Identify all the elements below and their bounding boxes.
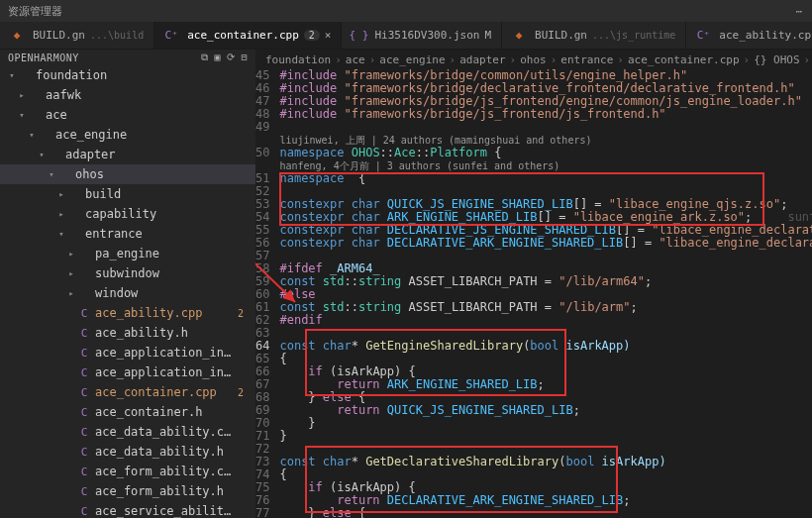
code-line: namespace {	[279, 172, 812, 185]
tab-ace_container-cpp[interactable]: C⁺ace_container.cpp2×	[154, 22, 342, 49]
tree-item-ace_ability-cpp[interactable]: Cace_ability.cpp2	[0, 303, 255, 323]
refresh-icon[interactable]: ⟳	[227, 52, 236, 63]
line-gutter: 4546474849505152535455565758596061626364…	[255, 69, 279, 518]
tree-item-foundation[interactable]: ▾foundation	[0, 65, 255, 85]
chevron-right-icon: ›	[335, 53, 342, 66]
twisty-icon[interactable]: ▾	[16, 110, 28, 120]
tab-label: BUILD.gn	[33, 29, 85, 42]
code-area[interactable]: 4546474849505152535455565758596061626364…	[255, 69, 812, 518]
tree-item-ace[interactable]: ▾ace	[0, 105, 255, 125]
code-lines[interactable]: #include "frameworks/bridge/common/utils…	[279, 69, 812, 518]
breadcrumb-segment[interactable]: ohos	[520, 53, 547, 66]
tree-item-ace_form_ability-h[interactable]: Cace_form_ability.h	[0, 481, 255, 501]
twisty-icon[interactable]: ▸	[55, 209, 67, 219]
tree-item-ace_container-cpp[interactable]: Cace_container.cpp2	[0, 382, 255, 402]
twisty-icon[interactable]: ▸	[55, 189, 67, 199]
tree-item-ohos[interactable]: ▾ohos	[0, 164, 255, 184]
tree-item-ace_ability-h[interactable]: Cace_ability.h	[0, 323, 255, 343]
tab-ace_ability-cpp[interactable]: C⁺ace_ability.cpp2	[686, 22, 812, 49]
chevron-right-icon: ›	[450, 53, 457, 66]
code-line: #endif	[279, 314, 812, 327]
tree-item-ace_service_ability-cpp[interactable]: Cace_service_ability.cpp	[0, 501, 255, 518]
tree-item-ace_form_ability-cpp[interactable]: Cace_form_ability.cpp	[0, 462, 255, 481]
tab-BUILD-gn[interactable]: ◆BUILD.gn...\js_runtime	[502, 22, 686, 49]
sidebar: OPENHARMONY ⧉ ▣ ⟳ ⊟ ▾foundation▸aafwk▾ac…	[0, 50, 255, 518]
tree-label: ace_ability.cpp	[95, 306, 234, 320]
tree-label: adapter	[65, 148, 234, 161]
breadcrumb-segment[interactable]: {} OHOS	[754, 53, 799, 66]
cpp-icon: C	[77, 386, 91, 399]
tree-label: ace_application_info.cpp	[95, 346, 234, 360]
tree-label: ace	[46, 108, 234, 122]
twisty-icon[interactable]: ▸	[65, 268, 77, 278]
tree-item-pa_engine[interactable]: ▸pa_engine	[0, 244, 255, 263]
twisty-icon[interactable]: ▾	[46, 169, 57, 179]
tab-label: ace_container.cpp	[187, 29, 299, 42]
hdr-icon: C	[77, 406, 91, 419]
breadcrumb-segment[interactable]: ace_container.cpp	[628, 53, 740, 66]
tree-item-ace_application_info-cpp[interactable]: Cace_application_info.cpp	[0, 343, 255, 363]
sidebar-header: OPENHARMONY ⧉ ▣ ⟳ ⊟	[0, 50, 255, 65]
cpp-icon: C⁺	[164, 29, 178, 42]
twisty-icon[interactable]: ▸	[16, 90, 28, 100]
new-file-icon[interactable]: ⧉	[201, 52, 209, 63]
titlebar-menu-icon[interactable]: ⋯	[795, 5, 804, 18]
tree-label: ace_data_ability.h	[95, 445, 234, 459]
breadcrumb-segment[interactable]: ace	[346, 53, 365, 66]
breadcrumb[interactable]: foundation›ace›ace_engine›adapter›ohos›e…	[255, 50, 812, 69]
file-tree[interactable]: ▾foundation▸aafwk▾ace▾ace_engine▾adapter…	[0, 65, 255, 518]
tree-item-subwindow[interactable]: ▸subwindow	[0, 263, 255, 283]
new-folder-icon[interactable]: ▣	[214, 52, 221, 63]
tree-label: subwindow	[95, 266, 234, 280]
tree-label: pa_engine	[95, 247, 234, 260]
twisty-icon[interactable]: ▾	[36, 150, 48, 159]
tree-item-aafwk[interactable]: ▸aafwk	[0, 85, 255, 105]
tree-item-ace_application_info-h[interactable]: Cace_application_info.h	[0, 363, 255, 382]
breadcrumb-segment[interactable]: ace_engine	[379, 53, 445, 66]
twisty-icon[interactable]: ▾	[26, 130, 38, 140]
code-line: }	[279, 430, 812, 443]
tree-item-capability[interactable]: ▸capability	[0, 204, 255, 224]
cpp-icon: C⁺	[696, 29, 710, 42]
tree-label: ohos	[75, 167, 234, 181]
cpp-icon: C	[77, 505, 91, 518]
cpp-icon: C	[77, 426, 91, 439]
cpp-icon: C	[77, 347, 91, 360]
tree-label: ace_engine	[55, 128, 234, 142]
hdr-icon: C	[77, 485, 91, 498]
tab-Hi3516DV300-json[interactable]: { }Hi3516DV300.jsonM	[342, 22, 502, 49]
code-line: const std::string ASSET_LIBARCH_PATH = "…	[279, 275, 812, 288]
tree-item-ace_engine[interactable]: ▾ace_engine	[0, 125, 255, 145]
tree-label: entrance	[85, 227, 234, 241]
breadcrumb-segment[interactable]: entrance	[560, 53, 613, 66]
chevron-right-icon: ›	[744, 53, 751, 66]
close-icon[interactable]: ×	[325, 29, 332, 42]
code-line: }	[279, 417, 812, 430]
main: OPENHARMONY ⧉ ▣ ⟳ ⊟ ▾foundation▸aafwk▾ac…	[0, 50, 812, 518]
tab-BUILD-gn[interactable]: ◆BUILD.gn...\build	[0, 22, 154, 49]
breadcrumb-segment[interactable]: foundation	[265, 53, 331, 66]
tree-item-adapter[interactable]: ▾adapter	[0, 145, 255, 164]
titlebar-title: 资源管理器	[8, 4, 62, 19]
gn-icon: ◆	[10, 29, 24, 42]
tree-item-ace_data_ability-cpp[interactable]: Cace_data_ability.cpp	[0, 422, 255, 442]
twisty-icon[interactable]: ▾	[6, 70, 18, 80]
tree-item-window[interactable]: ▸window	[0, 283, 255, 303]
tree-item-ace_container-h[interactable]: Cace_container.h	[0, 402, 255, 422]
editor-tabs: ◆BUILD.gn...\buildC⁺ace_container.cpp2×{…	[0, 22, 812, 50]
tree-item-ace_data_ability-h[interactable]: Cace_data_ability.h	[0, 442, 255, 462]
tree-item-build[interactable]: ▸build	[0, 184, 255, 204]
hdr-icon: C	[77, 327, 91, 340]
twisty-icon[interactable]: ▸	[65, 288, 77, 298]
tree-label: aafwk	[46, 88, 234, 102]
twisty-icon[interactable]: ▸	[65, 249, 77, 259]
tree-label: build	[85, 187, 234, 201]
hdr-icon: C	[77, 366, 91, 379]
tree-label: ace_container.cpp	[95, 385, 234, 399]
breadcrumb-segment[interactable]: adapter	[459, 53, 505, 66]
code-line: #include "frameworks/bridge/js_frontend/…	[279, 108, 812, 121]
tab-label: ace_ability.cpp	[719, 29, 812, 42]
collapse-icon[interactable]: ⊟	[241, 52, 248, 63]
twisty-icon[interactable]: ▾	[55, 229, 67, 239]
tree-item-entrance[interactable]: ▾entrance	[0, 224, 255, 244]
